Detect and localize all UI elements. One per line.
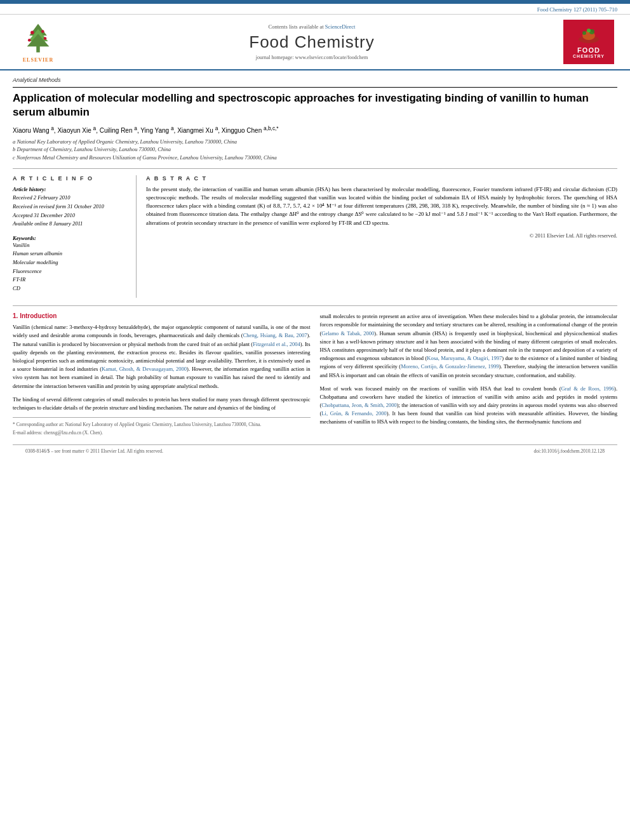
sciencedirect-link[interactable]: ScienceDirect [325,23,356,30]
copyright-line: © 2011 Elsevier Ltd. All rights reserved… [146,232,617,239]
received-date: Received 2 February 2010 [13,194,128,203]
bottom-bar: 0308-8146/$ – see front matter © 2011 El… [13,444,617,457]
page-wrapper: Food Chemistry 127 (2011) 705–710 ELSEVI… [0,0,630,840]
affiliation-b: b Department of Chemistry, Lanzhou Unive… [13,145,617,154]
available-date: Available online 8 January 2011 [13,220,128,229]
article-info-header: A R T I C L E I N F O [13,175,128,182]
author-wang: Xiaoru Wang a, [13,127,57,134]
intro-paragraph-2: The binding of several different categor… [13,396,311,412]
fc-logo-image-icon [578,26,600,45]
author-chen: Xingguo Chen a,b,c,* [222,127,279,134]
right-paragraph-1: small molecules to protein represent an … [320,312,618,379]
journal-header: ELSEVIER Contents lists available at Sci… [0,15,630,70]
author-xu: Xiangmei Xu a, [177,127,222,134]
footnote-email: E-mail address: chenxg@lzu.edu.cn (X. Ch… [13,429,311,436]
ref-cheng[interactable]: Cheng, Hsiang, & Bau, 2007 [243,332,307,338]
author-yang: Ying Yang a, [140,127,177,134]
keyword-ftir: FT-IR [13,276,128,284]
affiliation-c: c Nonferrous Metal Chemistry and Resourc… [13,154,617,162]
article-info-abstract: A R T I C L E I N F O Article history: R… [13,168,617,298]
article-title: Application of molecular modelling and s… [13,91,617,119]
title-divider [13,87,617,88]
abstract-header: A B S T R A C T [146,175,617,182]
ref-kamat[interactable]: Kamat, Ghosh, & Devasagayam, 2000 [102,366,187,372]
keywords-section: Keywords: Vanillin Human serum albumin M… [13,235,128,293]
homepage-line: journal homepage: www.elsevier.com/locat… [256,55,368,60]
keyword-fluorescence: Fluorescence [13,267,128,276]
keywords-list: Vanillin Human serum albumin Molecular m… [13,241,128,293]
main-content: Analytical Methods Application of molecu… [0,70,630,467]
sciencedirect-line: Contents lists available at ScienceDirec… [269,23,356,30]
received-revised-date: Received in revised form 31 October 2010 [13,203,128,211]
body-content: 1. Introduction Vanillin (chemical name:… [13,305,617,437]
keyword-cd: CD [13,284,128,293]
svg-point-10 [582,31,586,35]
ref-kosa[interactable]: Kosa, Maruyama, & Otagiri, 1997 [427,355,502,361]
fc-logo-chemistry: CHEMISTRY [573,54,605,58]
section-label: Analytical Methods [13,77,617,83]
body-left-col: 1. Introduction Vanillin (chemical name:… [13,312,311,437]
footnote-corresponding: * Corresponding author at: National Key … [13,421,311,428]
journal-center: Contents lists available at ScienceDirec… [70,20,554,64]
author-xie: Xiaoyun Xie a, [57,127,99,134]
article-history: Article history: Received 2 February 201… [13,185,128,229]
citation-bar: Food Chemistry 127 (2011) 705–710 [0,4,630,15]
keyword-vanillin: Vanillin [13,241,128,250]
citation-text: Food Chemistry 127 (2011) 705–710 [537,6,617,13]
fc-logo-box: FOOD CHEMISTRY [563,20,614,64]
elsevier-text: ELSEVIER [23,57,53,63]
ref-li[interactable]: Li, Grün, & Fernando, 2000 [321,410,386,417]
keyword-modelling: Molecular modelling [13,258,128,267]
svg-point-7 [44,37,47,40]
svg-point-4 [30,31,34,35]
svg-point-5 [41,30,44,33]
issn-text: 0308-8146/$ – see front matter © 2011 El… [25,448,163,454]
abstract-text: In the present study, the interaction of… [146,185,617,227]
accepted-date: Accepted 31 December 2010 [13,211,128,220]
journal-title-header: Food Chemistry [249,32,375,52]
affiliations: a National Key Laboratory of Applied Org… [13,138,617,162]
ref-graf[interactable]: Graf & de Roos, 1996 [561,385,615,392]
doi-text: doi:10.1016/j.foodchem.2010.12.128 [534,448,605,454]
svg-point-12 [587,29,591,32]
intro-section-title: 1. Introduction [13,312,311,319]
ref-gelamo[interactable]: Gelamo & Tabak, 2000 [321,330,374,337]
ref-chobpattana[interactable]: Chobpattana, Jeon, & Smith, 2000 [321,402,396,408]
elsevier-logo: ELSEVIER [13,20,64,64]
ref-moreno[interactable]: Moreno, Cortijo, & Gonzalez-Jimenez, 199… [401,363,499,370]
article-info-col: A R T I C L E I N F O Article history: R… [13,175,137,298]
right-paragraph-2: Most of work was focused mainly on the r… [320,385,618,427]
body-right-col: small molecules to protein represent an … [320,312,618,437]
affiliation-a: a National Key Laboratory of Applied Org… [13,138,617,146]
footnote-area: * Corresponding author at: National Key … [13,417,311,437]
authors: Xiaoru Wang a, Xiaoyun Xie a, Cuiling Re… [13,124,617,133]
keyword-hsa: Human serum albumin [13,250,128,258]
elsevier-tree-icon [19,21,57,56]
author-ren: Cuiling Ren a, [100,127,141,134]
food-chemistry-logo: FOOD CHEMISTRY [560,20,617,64]
fc-logo-food: FOOD [577,46,600,54]
abstract-col: A B S T R A C T In the present study, th… [146,175,617,298]
intro-paragraph-1: Vanillin (chemical name: 3-methoxy-4-hyd… [13,323,311,390]
svg-point-6 [28,39,31,42]
ref-fitzgerald[interactable]: Fitzgerald et al., 2004 [253,341,300,347]
